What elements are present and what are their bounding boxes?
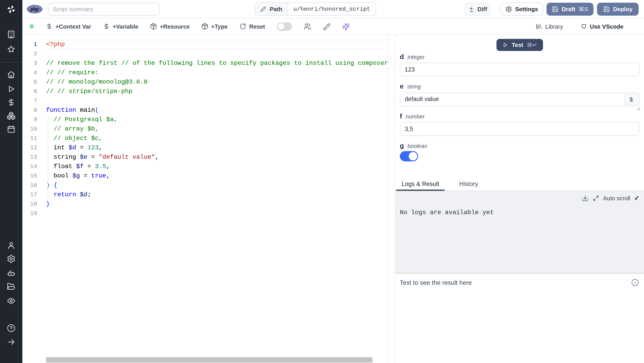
indent-guide: [48, 115, 48, 199]
vscode-icon: [580, 23, 587, 30]
reset-icon: [239, 23, 246, 30]
toggle-knob: [278, 23, 284, 30]
php-language-badge: php: [27, 5, 42, 13]
favorites-star-icon[interactable]: [7, 45, 16, 54]
path-group[interactable]: Path u/henri/honored_script: [254, 2, 376, 16]
field-input-f[interactable]: [400, 122, 640, 136]
diff-icon: [468, 6, 474, 12]
script-summary-input[interactable]: [48, 3, 160, 16]
add-resource-button[interactable]: +Resource: [150, 23, 190, 30]
folders-icon[interactable]: [7, 282, 16, 291]
field-type: boolean: [408, 143, 427, 149]
workers-bot-icon[interactable]: [7, 269, 16, 278]
code-line[interactable]: 4// // require:: [22, 68, 388, 77]
dollar-icon: [46, 23, 53, 30]
add-type-button[interactable]: +Type: [201, 23, 228, 30]
insert-variable-button[interactable]: $: [624, 94, 638, 105]
code-line[interactable]: 17 return $d;: [22, 190, 388, 199]
library-button[interactable]: Library: [535, 23, 563, 30]
save-draft-button[interactable]: Draft ⌘S: [546, 3, 594, 16]
resize-handle-icon[interactable]: [636, 107, 640, 111]
autoscroll-label[interactable]: Auto scroll: [603, 195, 630, 201]
code-lines[interactable]: 1<?php23// remove the first // of the fo…: [22, 40, 388, 218]
code-line[interactable]: 13 string $e = "default value",: [22, 152, 388, 162]
save-icon: [603, 6, 610, 12]
package-icon: [150, 23, 157, 30]
code-line[interactable]: 9 // Postgresql $a,: [22, 115, 388, 124]
result-tabs: Logs & Result History: [395, 177, 644, 191]
code-line[interactable]: 6// // stripe/stripe-php: [22, 87, 388, 96]
code-line[interactable]: 14 float $f = 3.5,: [22, 162, 388, 171]
test-shortcut: ⌘↵: [527, 41, 537, 48]
brush-icon: [323, 22, 330, 30]
user-icon[interactable]: [7, 241, 16, 250]
draft-label: Draft: [562, 6, 575, 12]
code-editor: 1<?php23// remove the first // of the fo…: [22, 35, 388, 363]
code-line[interactable]: 10 // array $b,: [22, 124, 388, 134]
code-line[interactable]: 3// remove the first // of the following…: [22, 58, 388, 68]
code-line[interactable]: 19: [22, 209, 388, 218]
gear-icon: [505, 6, 512, 12]
reset-button[interactable]: Reset: [239, 23, 265, 30]
horizontal-scrollbar[interactable]: [46, 357, 372, 363]
code-line[interactable]: 16) {: [22, 181, 388, 190]
field-input-d[interactable]: [400, 63, 640, 76]
code-line[interactable]: 18}: [22, 199, 388, 209]
field-toggle-g[interactable]: [400, 151, 418, 161]
field-label-e: e string: [400, 82, 421, 90]
code-line[interactable]: 8function main(: [22, 105, 388, 115]
code-line[interactable]: 2: [22, 49, 388, 58]
workspace-building-icon[interactable]: [7, 30, 16, 39]
status-dot: [30, 24, 34, 29]
result-area: Test to see the result here: [395, 275, 644, 363]
help-icon[interactable]: [7, 324, 16, 333]
code-line[interactable]: 5// // monolog/monolog@3.6.0: [22, 77, 388, 87]
field-input-e[interactable]: default value: [400, 92, 640, 106]
home-icon[interactable]: [7, 70, 16, 79]
toggle-knob: [409, 152, 417, 160]
topbar: php Path u/henri/honored_script Diff Set…: [22, 0, 644, 18]
windmill-script-editor: php Path u/henri/honored_script Diff Set…: [0, 0, 644, 363]
test-label: Test: [512, 41, 523, 48]
runs-play-icon[interactable]: [7, 84, 16, 93]
dollar-icon: [103, 23, 110, 30]
settings-button[interactable]: Settings: [500, 3, 544, 16]
multiplayer-toggle[interactable]: [276, 22, 292, 31]
field-type: number: [406, 114, 425, 120]
ai-assistant-button[interactable]: [342, 22, 350, 30]
test-button[interactable]: Test ⌘↵: [496, 39, 543, 51]
code-line[interactable]: 15 bool $g = true,: [22, 171, 388, 181]
diff-button[interactable]: Diff: [465, 3, 490, 16]
path-edit-button[interactable]: Path: [255, 3, 288, 15]
tab-logs-result[interactable]: Logs & Result: [396, 177, 444, 191]
expand-logs-icon[interactable]: [592, 195, 599, 201]
use-vscode-button[interactable]: Use VScode: [580, 23, 624, 30]
variables-dollar-icon[interactable]: [7, 98, 16, 107]
code-line[interactable]: 7: [22, 96, 388, 105]
expand-sidebar-arrow-icon[interactable]: [7, 338, 16, 347]
settings-gear-icon[interactable]: [7, 254, 16, 263]
autoscroll-check-icon[interactable]: ✓: [634, 194, 640, 202]
add-context-var-button[interactable]: +Context Var: [46, 23, 91, 30]
info-icon[interactable]: [631, 279, 639, 287]
package-icon: [201, 23, 208, 30]
deploy-button[interactable]: Deploy: [597, 3, 639, 16]
audit-eye-icon[interactable]: [7, 296, 16, 305]
code-line[interactable]: 11 // object $c,: [22, 134, 388, 143]
deploy-label: Deploy: [613, 6, 632, 12]
resources-boxes-icon[interactable]: [7, 111, 16, 120]
path-value: u/henri/honored_script: [288, 3, 376, 15]
windmill-logo[interactable]: [6, 4, 16, 15]
schedules-calendar-icon[interactable]: [7, 125, 16, 134]
collaborators-button[interactable]: [304, 22, 311, 30]
add-variable-button[interactable]: +Variable: [103, 23, 138, 30]
field-name: f: [400, 112, 402, 120]
format-code-button[interactable]: [323, 22, 330, 30]
field-name: g: [400, 142, 404, 149]
tab-history[interactable]: History: [444, 177, 493, 191]
code-line[interactable]: 1<?php: [22, 40, 388, 49]
code-line[interactable]: 12 int $d = 123,: [22, 143, 388, 152]
settings-label: Settings: [515, 6, 538, 12]
download-logs-icon[interactable]: [582, 195, 588, 201]
test-panel: Test ⌘↵ d integer e string default value…: [395, 35, 644, 363]
